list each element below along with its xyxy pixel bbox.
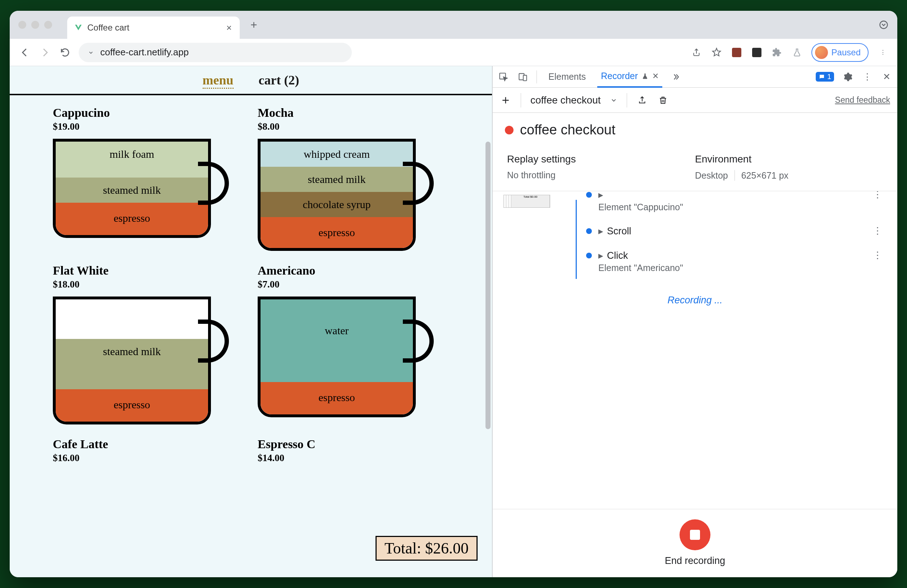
product-name: Espresso C: [258, 437, 437, 451]
environment-label: Environment: [695, 154, 883, 165]
step-entry[interactable]: ▸Click Element "Americano" ⋮: [586, 250, 883, 273]
product-name: Flat White: [53, 264, 232, 277]
recorder-footer: End recording: [493, 509, 897, 577]
browser-tab[interactable]: Coffee cart ×: [67, 16, 240, 39]
more-tabs-icon[interactable]: [670, 71, 682, 83]
product-card[interactable]: Cafe Latte $16.00: [53, 437, 232, 464]
window-controls: [18, 21, 52, 29]
tab-elements[interactable]: Elements: [545, 66, 589, 87]
close-devtools-icon[interactable]: ✕: [881, 71, 892, 83]
maximize-window-icon[interactable]: [44, 21, 52, 29]
product-card[interactable]: Espresso C $14.00: [258, 437, 437, 464]
throttling-value[interactable]: No throttling: [507, 170, 695, 180]
cup-handle-icon: [403, 319, 434, 363]
avatar-icon: [815, 46, 828, 59]
kebab-menu-icon[interactable]: ⋮: [877, 47, 889, 58]
cup-handle-icon: [403, 162, 434, 205]
product-card[interactable]: Flat White $18.00 steamed milkespresso: [53, 264, 232, 425]
expand-arrow-icon[interactable]: ▸: [598, 250, 603, 261]
expand-arrow-icon[interactable]: ▸: [598, 225, 603, 237]
extensions-puzzle-icon[interactable]: [771, 47, 783, 58]
new-tab-button[interactable]: +: [250, 18, 257, 32]
recording-dropdown-icon[interactable]: [610, 97, 617, 104]
flask-icon: [641, 73, 649, 80]
cup-layer: espresso: [56, 203, 208, 235]
product-name: Cappucino: [53, 106, 232, 120]
cup-layer: steamed milk: [56, 339, 208, 389]
site-info-icon[interactable]: [87, 49, 95, 56]
messages-badge[interactable]: 1: [816, 72, 834, 82]
close-tab-icon[interactable]: ×: [226, 22, 232, 34]
extension-icon-2[interactable]: [751, 47, 763, 58]
share-icon[interactable]: [691, 47, 702, 58]
labs-flask-icon[interactable]: [791, 47, 803, 58]
step-entry[interactable]: ▸Scroll ⋮: [586, 225, 883, 237]
page-scrollbar[interactable]: [486, 142, 490, 429]
step-subtitle: Element "Americano": [598, 263, 866, 273]
timeline-line: [576, 200, 577, 279]
recording-selector[interactable]: coffee checkout: [530, 95, 601, 106]
cup-graphic: milk foamsteamed milkespresso: [53, 139, 225, 238]
expand-arrow-icon[interactable]: ▸: [598, 191, 603, 200]
inspect-element-icon[interactable]: [498, 71, 509, 83]
timeline-dot-icon: [586, 228, 592, 234]
paused-label: Paused: [832, 47, 861, 58]
settings-row: Replay settings No throttling Environmen…: [493, 147, 897, 191]
timeline-dot-icon: [586, 192, 592, 198]
extension-icon-1[interactable]: [731, 47, 742, 58]
product-name: Cafe Latte: [53, 437, 232, 451]
bookmark-icon[interactable]: [711, 47, 722, 58]
step-title: Click: [607, 250, 628, 261]
cup-layer: milk foam: [56, 142, 208, 178]
cup-handle-icon: [198, 162, 229, 205]
product-name: Americano: [258, 264, 437, 277]
url-text: coffee-cart.netlify.app: [100, 47, 189, 58]
close-panel-icon[interactable]: ✕: [652, 72, 659, 81]
device-toggle-icon[interactable]: [517, 71, 529, 83]
cup-layer: steamed milk: [261, 167, 413, 192]
settings-gear-icon[interactable]: [842, 71, 854, 83]
cup-handle-icon: [198, 319, 229, 363]
profile-paused-pill[interactable]: Paused: [811, 43, 869, 62]
forward-button[interactable]: [38, 46, 51, 59]
product-card[interactable]: Americano $7.00 waterespresso: [258, 264, 437, 425]
product-price: $14.00: [258, 452, 437, 464]
step-entry[interactable]: ▸Click Element "Cappucino" ⋮: [586, 191, 883, 212]
tab-recorder[interactable]: Recorder ✕: [597, 66, 662, 88]
step-kebab-icon[interactable]: ⋮: [873, 191, 883, 200]
cup-graphic: whipped creamsteamed milkchocolate syrup…: [258, 139, 430, 251]
minimize-window-icon[interactable]: [31, 21, 39, 29]
total-box[interactable]: Total: $26.00: [375, 536, 478, 561]
reload-button[interactable]: [59, 46, 72, 59]
device-value: Desktop: [695, 170, 728, 181]
product-card[interactable]: Mocha $8.00 whipped creamsteamed milkcho…: [258, 106, 437, 251]
recorder-toolbar: coffee checkout Send feedback: [493, 88, 897, 113]
devtools-kebab-icon[interactable]: ⋮: [861, 71, 873, 83]
product-price: $8.00: [258, 121, 437, 132]
cup-layer: chocolate syrup: [261, 192, 413, 217]
cup-layer: water: [261, 300, 413, 382]
add-recording-icon[interactable]: [500, 95, 511, 106]
back-button[interactable]: [18, 46, 31, 59]
step-kebab-icon[interactable]: ⋮: [873, 225, 883, 237]
devtools-panel: Elements Recorder ✕ 1 ⋮ ✕: [493, 66, 897, 577]
page-nav: menu cart (2): [10, 66, 492, 95]
recording-indicator-icon: [505, 126, 513, 135]
stop-recording-button[interactable]: [679, 519, 710, 550]
product-price: $7.00: [258, 279, 437, 290]
delete-icon[interactable]: [657, 95, 669, 106]
chevron-down-icon[interactable]: [877, 18, 890, 31]
tab-title: Coffee cart: [87, 22, 129, 33]
recording-status: Recording ...: [507, 295, 883, 306]
product-card[interactable]: Cappucino $19.00 milk foamsteamed milkes…: [53, 106, 232, 251]
address-bar: coffee-cart.netlify.app Paused ⋮: [10, 39, 897, 66]
close-window-icon[interactable]: [18, 21, 26, 29]
menu-link[interactable]: menu: [203, 73, 234, 89]
export-icon[interactable]: [636, 95, 648, 106]
cup-layer: whipped cream: [261, 142, 413, 167]
products-grid: Cappucino $19.00 milk foamsteamed milkes…: [10, 95, 492, 474]
url-input[interactable]: coffee-cart.netlify.app: [79, 43, 352, 62]
step-kebab-icon[interactable]: ⋮: [873, 250, 883, 261]
send-feedback-link[interactable]: Send feedback: [835, 95, 890, 105]
cart-link[interactable]: cart (2): [259, 73, 299, 89]
